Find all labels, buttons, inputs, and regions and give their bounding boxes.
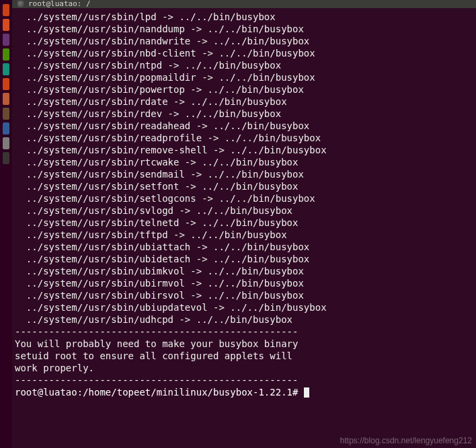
cursor bbox=[304, 387, 309, 398]
terminal-line: You will probably need to make your busy… bbox=[15, 338, 476, 350]
terminal-line: ../system//usr/sbin/ubidetach -> ../../b… bbox=[15, 253, 476, 265]
launcher-item-9[interactable] bbox=[3, 137, 9, 149]
launcher-item-0[interactable] bbox=[3, 4, 9, 16]
launcher-item-2[interactable] bbox=[3, 34, 9, 46]
terminal-line: ../system//usr/sbin/telnetd -> ../../bin… bbox=[15, 217, 476, 229]
window-titlebar[interactable]: root@luatao: / bbox=[12, 0, 476, 8]
terminal-line: ../system//usr/sbin/nandwrite -> ../../b… bbox=[15, 35, 476, 47]
launcher-item-1[interactable] bbox=[3, 19, 9, 31]
terminal-line: ../system//usr/sbin/popmaildir -> ../../… bbox=[15, 71, 476, 83]
terminal-line: ../system//usr/sbin/ubimkvol -> ../../bi… bbox=[15, 265, 476, 277]
terminal-line: ../system//usr/sbin/setfont -> ../../bin… bbox=[15, 180, 476, 192]
terminal-output[interactable]: ../system//usr/sbin/lpd -> ../../bin/bus… bbox=[12, 8, 476, 448]
terminal-line: ../system//usr/sbin/powertop -> ../../bi… bbox=[15, 83, 476, 96]
terminal-line: ../system//usr/sbin/lpd -> ../../bin/bus… bbox=[15, 11, 476, 23]
terminal-line: ../system//usr/sbin/readprofile -> ../..… bbox=[15, 132, 476, 144]
launcher-item-3[interactable] bbox=[3, 48, 9, 61]
terminal-line: setuid root to ensure all configured app… bbox=[15, 350, 476, 362]
terminal-line: ../system//usr/sbin/rdev -> ../../bin/bu… bbox=[15, 108, 476, 120]
window-title: root@luatao: / bbox=[28, 0, 91, 8]
terminal-line: ../system//usr/sbin/sendmail -> ../../bi… bbox=[15, 168, 476, 180]
launcher-item-7[interactable] bbox=[3, 108, 9, 120]
terminal-prompt-line: root@luatao:/home/topeet/minilinux/busyb… bbox=[15, 386, 476, 398]
terminal-line: ----------------------------------------… bbox=[15, 374, 476, 386]
launcher-item-5[interactable] bbox=[3, 78, 9, 90]
launcher-item-10[interactable] bbox=[3, 152, 9, 164]
terminal-icon bbox=[17, 1, 24, 7]
terminal-line: ../system//usr/sbin/rtcwake -> ../../bin… bbox=[15, 156, 476, 168]
launcher-item-6[interactable] bbox=[3, 93, 9, 105]
terminal-line: ../system//usr/sbin/ubiupdatevol -> ../.… bbox=[15, 301, 476, 313]
terminal-line: ../system//usr/sbin/ubiattach -> ../../b… bbox=[15, 241, 476, 253]
terminal-line: work properly. bbox=[15, 362, 476, 374]
terminal-line: ../system//usr/sbin/tftpd -> ../../bin/b… bbox=[15, 229, 476, 241]
launcher-item-8[interactable] bbox=[3, 122, 9, 135]
shell-prompt: root@luatao:/home/topeet/minilinux/busyb… bbox=[15, 387, 304, 398]
terminal-line: ../system//usr/sbin/nbd-client -> ../../… bbox=[15, 47, 476, 59]
terminal-line: ../system//usr/sbin/remove-shell -> ../.… bbox=[15, 144, 476, 156]
terminal-line: ../system//usr/sbin/rdate -> ../../bin/b… bbox=[15, 96, 476, 108]
terminal-line: ../system//usr/sbin/readahead -> ../../b… bbox=[15, 120, 476, 132]
terminal-line: ../system//usr/sbin/svlogd -> ../../bin/… bbox=[15, 204, 476, 217]
desktop: root@luatao: / ../system//usr/sbin/lpd -… bbox=[0, 0, 476, 448]
launcher-item-4[interactable] bbox=[3, 63, 9, 75]
terminal-line: ../system//usr/sbin/ubirsvol -> ../../bi… bbox=[15, 289, 476, 301]
terminal-line: ../system//usr/sbin/nanddump -> ../../bi… bbox=[15, 23, 476, 35]
terminal-line: ../system//usr/sbin/ubirmvol -> ../../bi… bbox=[15, 277, 476, 289]
terminal-line: ../system//usr/sbin/udhcpd -> ../../bin/… bbox=[15, 313, 476, 326]
terminal-line: ../system//usr/sbin/setlogcons -> ../../… bbox=[15, 192, 476, 204]
terminal-line: ----------------------------------------… bbox=[15, 326, 476, 338]
unity-launcher[interactable] bbox=[0, 0, 12, 448]
terminal-line: ../system//usr/sbin/ntpd -> ../../bin/bu… bbox=[15, 59, 476, 71]
